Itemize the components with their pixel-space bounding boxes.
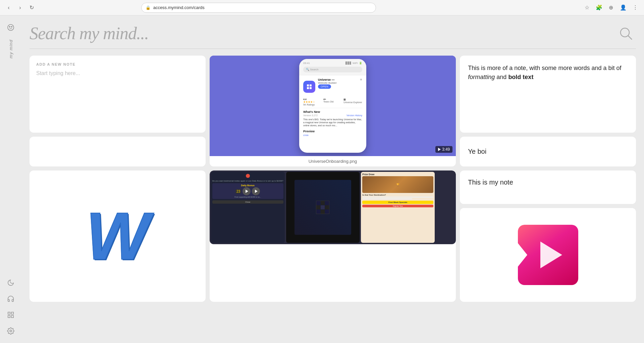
screenshots-grid: Do you want testimonial invites again or… bbox=[210, 170, 436, 244]
svg-rect-3 bbox=[8, 312, 10, 314]
lock-icon: 🔒 bbox=[146, 5, 151, 10]
browser-nav-buttons: ‹ › ↻ bbox=[4, 3, 36, 12]
sidebar-icon-settings[interactable] bbox=[4, 324, 17, 338]
play-button-shape bbox=[518, 225, 578, 285]
browser-chrome: ‹ › ↻ 🔒 access.mymind.com/cards ☆ 🧩 ⊕ 👤 … bbox=[0, 0, 644, 15]
svg-point-1 bbox=[9, 26, 10, 27]
svg-rect-12 bbox=[307, 87, 309, 89]
sidebar: my mind bbox=[0, 15, 21, 343]
sidebar-label: my mind bbox=[8, 40, 13, 58]
svg-rect-11 bbox=[310, 84, 312, 86]
svg-rect-13 bbox=[310, 87, 312, 89]
phone-mockup: 09:41 ▊▊▊ WiFi 🔋 🔍 Search bbox=[299, 59, 366, 153]
sidebar-icon-headphones[interactable] bbox=[4, 292, 17, 305]
search-button[interactable] bbox=[619, 26, 633, 41]
reload-button[interactable]: ↻ bbox=[27, 3, 36, 12]
svg-point-0 bbox=[8, 24, 14, 30]
extensions-button[interactable]: ⊕ bbox=[606, 3, 616, 12]
this-is-my-note-text: This is my note bbox=[468, 179, 628, 186]
video-thumbnail: 09:41 ▊▊▊ WiFi 🔋 🔍 Search bbox=[210, 56, 456, 156]
add-note-label: ADD A NEW NOTE bbox=[36, 62, 199, 66]
video-duration-badge: 3:49 bbox=[435, 146, 452, 153]
bottom-video-card[interactable]: Do you want testimonial invites again or… bbox=[210, 170, 456, 302]
sidebar-bottom-icons bbox=[4, 276, 17, 338]
svg-rect-6 bbox=[11, 316, 13, 318]
svg-rect-10 bbox=[307, 84, 309, 86]
second-note-area[interactable] bbox=[30, 137, 206, 167]
extension-puzzle-button[interactable]: 🧩 bbox=[594, 3, 604, 12]
right-col-cards: This is my note bbox=[460, 170, 636, 302]
phone-open-btn: OPEN bbox=[318, 84, 331, 89]
browser-actions: ☆ 🧩 ⊕ 👤 ⋮ bbox=[582, 3, 640, 12]
ye-boi-text: Ye boi bbox=[468, 148, 486, 155]
main-content: Search my mind... ADD A NEW NOTE Start t… bbox=[21, 15, 644, 343]
long-note-card[interactable]: This is more of a note, with some more w… bbox=[460, 56, 636, 133]
logo-card[interactable]: W bbox=[30, 170, 206, 302]
sidebar-icon-grid[interactable] bbox=[4, 308, 17, 322]
cards-grid: ADD A NEW NOTE Start typing here... 09:4… bbox=[21, 49, 644, 343]
svg-rect-4 bbox=[11, 312, 13, 314]
long-note-text: This is more of a note, with some more w… bbox=[468, 64, 628, 82]
add-note-input[interactable]: Start typing here... bbox=[36, 70, 199, 126]
ye-boi-card[interactable]: Ye boi bbox=[460, 137, 636, 167]
video-filename: UniverseOnboarding.png bbox=[210, 156, 456, 166]
play-icon bbox=[438, 148, 441, 151]
play-notch-left bbox=[518, 243, 527, 267]
video-card[interactable]: 09:41 ▊▊▊ WiFi 🔋 🔍 Search bbox=[210, 56, 456, 166]
url-text: access.mymind.com/cards bbox=[153, 5, 205, 10]
profile-button[interactable]: 👤 bbox=[619, 3, 628, 12]
this-is-my-note-card[interactable]: This is my note bbox=[460, 170, 636, 204]
bookmark-button[interactable]: ☆ bbox=[582, 3, 592, 12]
svg-point-7 bbox=[10, 330, 12, 332]
big-play-button[interactable] bbox=[518, 225, 578, 285]
bottom-video-thumbnail: Do you want testimonial invites again or… bbox=[210, 170, 456, 244]
forward-button[interactable]: › bbox=[15, 3, 25, 12]
play-button-card[interactable] bbox=[460, 208, 636, 302]
back-button[interactable]: ‹ bbox=[4, 3, 13, 12]
sidebar-icon-moon[interactable] bbox=[4, 276, 17, 289]
play-triangle bbox=[540, 242, 562, 268]
app-container: my mind bbox=[0, 15, 644, 343]
sidebar-icon-face[interactable] bbox=[4, 21, 17, 34]
address-bar[interactable]: 🔒 access.mymind.com/cards bbox=[141, 3, 376, 13]
svg-line-9 bbox=[628, 36, 632, 40]
svg-point-2 bbox=[11, 26, 12, 27]
w-logo: W bbox=[86, 206, 149, 266]
svg-rect-5 bbox=[8, 316, 10, 318]
add-note-card[interactable]: ADD A NEW NOTE Start typing here... bbox=[30, 56, 206, 133]
header: Search my mind... bbox=[21, 15, 644, 49]
page-title[interactable]: Search my mind... bbox=[30, 23, 149, 43]
menu-button[interactable]: ⋮ bbox=[631, 3, 640, 12]
